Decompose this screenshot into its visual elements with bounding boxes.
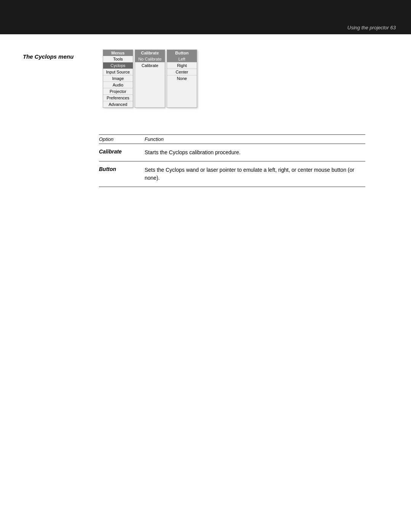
menu-item-none[interactable]: None: [167, 75, 197, 81]
col-header-option: Option: [99, 135, 145, 144]
calibrate-panel-header: Calibrate: [135, 50, 165, 56]
section-title: The Cyclops menu: [23, 53, 84, 60]
menu-illustration: Menus Tools Cyclops Input Source Image A…: [103, 50, 197, 108]
col-header-function: Function: [145, 135, 365, 144]
option-calibrate: Calibrate: [99, 144, 145, 161]
function-button: Sets the Cyclops wand or laser pointer t…: [145, 161, 365, 187]
menu-item-center[interactable]: Center: [167, 69, 197, 75]
header-bar: Using the projector 63: [0, 0, 411, 34]
calibrate-panel: Calibrate No Calibrate Calibrate: [135, 50, 165, 108]
table-row: Calibrate Starts the Cyclops calibration…: [99, 144, 365, 161]
table-header-row: Option Function: [99, 135, 365, 144]
option-button: Button: [99, 161, 145, 187]
menu-item-advanced[interactable]: Advanced: [103, 101, 133, 107]
menu-item-input-source[interactable]: Input Source: [103, 69, 133, 75]
menu-item-audio[interactable]: Audio: [103, 82, 133, 88]
menu-item-right[interactable]: Right: [167, 62, 197, 69]
menu-item-calibrate[interactable]: Calibrate: [135, 62, 165, 69]
page-info: Using the projector 63: [347, 25, 396, 30]
main-content: The Cyclops menu Menus Tools Cyclops Inp…: [0, 34, 411, 202]
menu-item-image[interactable]: Image: [103, 75, 133, 82]
menu-item-cyclops[interactable]: Cyclops: [103, 62, 133, 69]
menu-item-no-calibrate[interactable]: No Calibrate: [135, 56, 165, 62]
menus-panel-header: Menus: [103, 50, 133, 56]
options-table: Option Function Calibrate Starts the Cyc…: [99, 134, 365, 187]
button-panel-header: Button: [167, 50, 197, 56]
button-panel: Button Left Right Center None: [167, 50, 197, 108]
function-calibrate: Starts the Cyclops calibration procedure…: [145, 144, 365, 161]
menu-item-left[interactable]: Left: [167, 56, 197, 62]
menu-item-projector[interactable]: Projector: [103, 88, 133, 95]
menus-panel: Menus Tools Cyclops Input Source Image A…: [103, 50, 133, 108]
menu-item-tools[interactable]: Tools: [103, 56, 133, 62]
table-row: Button Sets the Cyclops wand or laser po…: [99, 161, 365, 187]
menu-item-preferences[interactable]: Preferences: [103, 95, 133, 101]
